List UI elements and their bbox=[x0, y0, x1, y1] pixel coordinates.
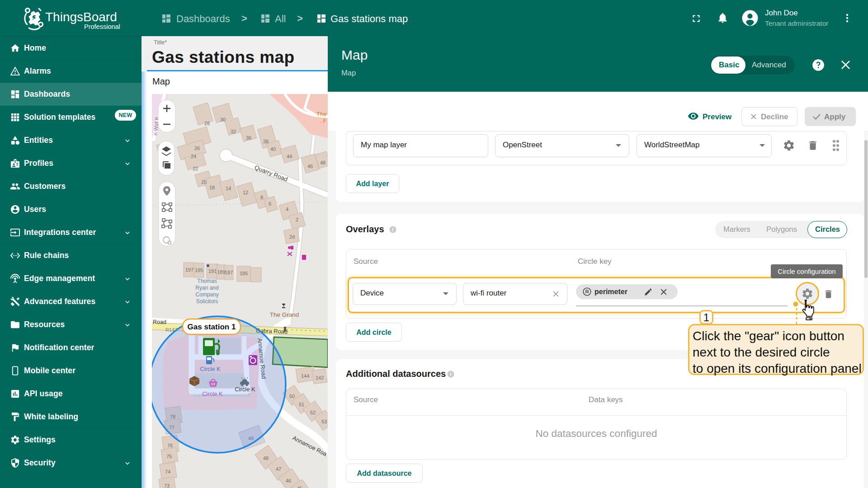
svg-text:Circle K: Circle K bbox=[202, 390, 223, 397]
svg-text:53: 53 bbox=[321, 419, 327, 424]
svg-text:8: 8 bbox=[260, 195, 263, 200]
svg-text:The Grand: The Grand bbox=[270, 311, 299, 318]
svg-text:2: 2 bbox=[296, 217, 298, 222]
svg-text:The: The bbox=[316, 111, 326, 117]
svg-text:75: 75 bbox=[166, 454, 172, 459]
svg-text:51: 51 bbox=[299, 402, 304, 407]
svg-text:189: 189 bbox=[217, 269, 225, 275]
svg-text:144: 144 bbox=[301, 373, 309, 379]
svg-text:187: 187 bbox=[225, 270, 233, 275]
svg-text:47: 47 bbox=[276, 466, 281, 472]
svg-text:22: 22 bbox=[193, 166, 198, 171]
svg-text:191: 191 bbox=[208, 268, 217, 274]
svg-text:197: 197 bbox=[185, 267, 193, 272]
svg-text:40: 40 bbox=[270, 146, 276, 152]
svg-text:6: 6 bbox=[269, 201, 271, 206]
svg-text:Gas station 1: Gas station 1 bbox=[188, 323, 236, 331]
svg-text:28: 28 bbox=[204, 121, 210, 126]
svg-text:20: 20 bbox=[201, 179, 207, 185]
svg-text:52: 52 bbox=[310, 410, 316, 415]
svg-text:Solicitors: Solicitors bbox=[196, 298, 218, 305]
svg-text:36: 36 bbox=[246, 135, 251, 141]
svg-text:45: 45 bbox=[297, 486, 302, 488]
svg-text:4: 4 bbox=[286, 206, 288, 212]
svg-text:48: 48 bbox=[263, 455, 269, 461]
svg-text:2d: 2d bbox=[289, 234, 295, 239]
svg-text:32: 32 bbox=[231, 129, 236, 134]
svg-text:44: 44 bbox=[287, 154, 292, 159]
svg-text:30: 30 bbox=[220, 117, 226, 122]
svg-text:Company: Company bbox=[195, 291, 218, 298]
svg-text:Ryan and: Ryan and bbox=[195, 285, 218, 291]
svg-text:18: 18 bbox=[209, 185, 215, 190]
svg-text:38: 38 bbox=[263, 139, 269, 144]
svg-text:50: 50 bbox=[289, 394, 295, 399]
svg-text:Road: Road bbox=[153, 319, 166, 325]
svg-text:74: 74 bbox=[165, 469, 170, 474]
svg-text:76: 76 bbox=[167, 443, 173, 448]
svg-text:195: 195 bbox=[195, 267, 203, 273]
svg-text:26: 26 bbox=[194, 145, 200, 151]
svg-text:24: 24 bbox=[191, 154, 196, 159]
svg-text:Circle K: Circle K bbox=[235, 386, 255, 393]
svg-text:48: 48 bbox=[320, 160, 326, 165]
svg-text:142: 142 bbox=[316, 375, 324, 380]
svg-text:73: 73 bbox=[164, 483, 170, 488]
svg-text:Circle K: Circle K bbox=[200, 366, 221, 372]
svg-text:14: 14 bbox=[226, 186, 231, 191]
svg-text:46: 46 bbox=[307, 164, 313, 169]
svg-text:Thomas: Thomas bbox=[197, 278, 217, 284]
svg-text:12: 12 bbox=[243, 190, 248, 195]
svg-text:185: 185 bbox=[240, 271, 248, 276]
svg-text:46: 46 bbox=[286, 478, 291, 483]
svg-text:. F: . F bbox=[320, 118, 326, 124]
